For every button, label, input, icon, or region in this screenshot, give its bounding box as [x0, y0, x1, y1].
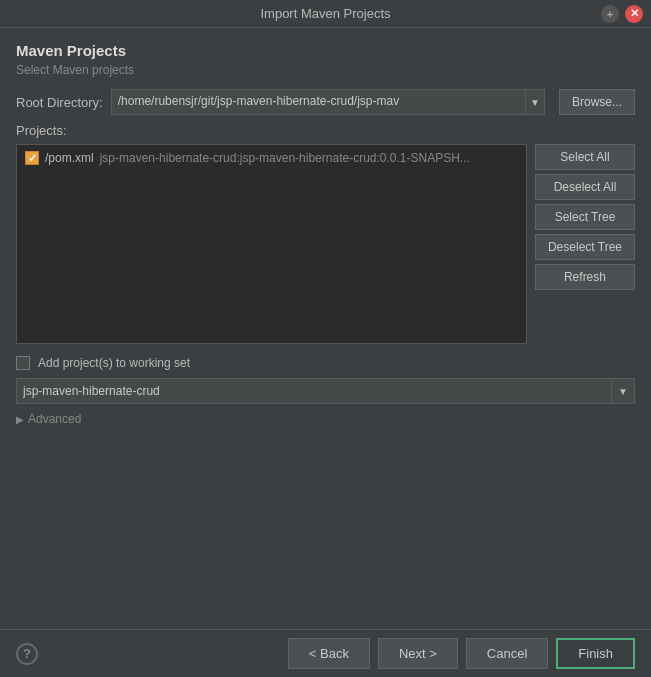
projects-list[interactable]: ✓ /pom.xml jsp-maven-hibernate-crud:jsp-…: [16, 144, 527, 344]
cancel-button[interactable]: Cancel: [466, 638, 548, 669]
project-name: /pom.xml: [45, 151, 94, 165]
select-all-button[interactable]: Select All: [535, 144, 635, 170]
help-button[interactable]: ?: [16, 643, 38, 665]
side-buttons: Select All Deselect All Select Tree Dese…: [535, 144, 635, 344]
deselect-tree-button[interactable]: Deselect Tree: [535, 234, 635, 260]
project-detail: jsp-maven-hibernate-crud:jsp-maven-hiber…: [100, 151, 470, 165]
working-set-dropdown-button[interactable]: ▼: [611, 378, 635, 404]
project-checkbox[interactable]: ✓: [25, 151, 39, 165]
next-button[interactable]: Next >: [378, 638, 458, 669]
back-button[interactable]: < Back: [288, 638, 370, 669]
maximize-button[interactable]: +: [601, 5, 619, 23]
working-set-input[interactable]: [16, 378, 611, 404]
projects-area: ✓ /pom.xml jsp-maven-hibernate-crud:jsp-…: [16, 144, 635, 344]
check-mark: ✓: [28, 152, 37, 165]
browse-button[interactable]: Browse...: [559, 89, 635, 115]
spacer: [16, 436, 635, 619]
deselect-all-button[interactable]: Deselect All: [535, 174, 635, 200]
path-dropdown-button[interactable]: ▼: [525, 89, 545, 115]
list-item[interactable]: ✓ /pom.xml jsp-maven-hibernate-crud:jsp-…: [21, 149, 522, 167]
dialog-content: Maven Projects Select Maven projects Roo…: [0, 28, 651, 629]
finish-button[interactable]: Finish: [556, 638, 635, 669]
root-directory-path: /home/rubensjr/git/jsp-maven-hibernate-c…: [111, 89, 525, 115]
bottom-left: ?: [16, 643, 38, 665]
advanced-label: Advanced: [28, 412, 81, 426]
advanced-arrow-icon: ▶: [16, 414, 24, 425]
title-bar: Import Maven Projects + ✕: [0, 0, 651, 28]
advanced-section[interactable]: ▶ Advanced: [16, 412, 635, 426]
dialog-title: Import Maven Projects: [260, 6, 390, 21]
bottom-bar: ? < Back Next > Cancel Finish: [0, 629, 651, 677]
root-directory-row: Root Directory: /home/rubensjr/git/jsp-m…: [16, 89, 635, 115]
working-set-label: Add project(s) to working set: [38, 356, 190, 370]
working-set-input-row: ▼: [16, 378, 635, 404]
close-button[interactable]: ✕: [625, 5, 643, 23]
title-bar-actions: + ✕: [601, 5, 643, 23]
working-set-row[interactable]: Add project(s) to working set: [16, 356, 635, 370]
refresh-button[interactable]: Refresh: [535, 264, 635, 290]
bottom-buttons: < Back Next > Cancel Finish: [288, 638, 635, 669]
working-set-checkbox[interactable]: [16, 356, 30, 370]
page-title: Maven Projects: [16, 42, 635, 59]
page-subtitle: Select Maven projects: [16, 63, 635, 77]
projects-label: Projects:: [16, 123, 635, 138]
root-directory-label: Root Directory:: [16, 95, 103, 110]
select-tree-button[interactable]: Select Tree: [535, 204, 635, 230]
path-input-group: /home/rubensjr/git/jsp-maven-hibernate-c…: [111, 89, 545, 115]
